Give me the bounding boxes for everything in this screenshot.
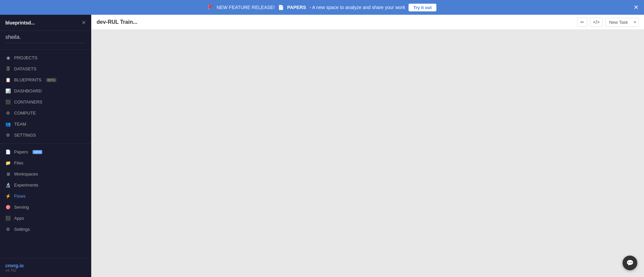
new-task-select[interactable]: New Task [605, 18, 639, 27]
version-label: v4.762 [5, 268, 86, 272]
files-label: Files [14, 160, 23, 165]
app-body: blueprintsd... ✕ sheila. ◉ PROJECTS 🗄 DA… [0, 15, 644, 277]
page-title: dev-RUL Train... [97, 19, 138, 25]
containers-label: CONTAINERS [14, 99, 42, 105]
sidebar-item-projects[interactable]: ◉ PROJECTS [0, 52, 91, 63]
sidebar-header: blueprintsd... ✕ [0, 15, 91, 31]
containers-icon: ⬛ [5, 99, 11, 105]
sub-settings-icon: ⚙ [5, 227, 11, 232]
sidebar-item-dashboard[interactable]: 📊 DASHBOARD [0, 85, 91, 96]
dashboard-label: DASHBOARD [14, 88, 42, 93]
sidebar-item-team[interactable]: 👥 TEAM [0, 119, 91, 130]
app-name-label: blueprintsd... [5, 20, 35, 25]
flows-icon: ⚡ [5, 194, 11, 199]
code-icon-button[interactable]: </> [590, 17, 603, 27]
files-icon: 📁 [5, 160, 11, 165]
company-name: cnvrg.io [5, 263, 86, 268]
main-nav: ◉ PROJECTS 🗄 DATASETS 📋 BLUEPRINTS BETA … [0, 50, 91, 143]
compute-label: COMPUTE [14, 111, 36, 116]
main-topbar: dev-RUL Train... ✂ </> New Task [91, 15, 644, 30]
scissors-icon-button[interactable]: ✂ [577, 17, 587, 27]
papers-label: PAPERS [287, 5, 306, 10]
paper-icon: 📄 [278, 5, 284, 10]
divider [5, 43, 86, 43]
banner-close-button[interactable]: ✕ [634, 4, 639, 11]
sidebar-item-experiments[interactable]: 🔬 Experiments [0, 180, 91, 191]
settings-icon: ⚙ [5, 133, 11, 138]
team-label: TEAM [14, 122, 26, 127]
sidebar-item-flows[interactable]: ⚡ Flows [0, 191, 91, 202]
blueprints-label: BLUEPRINTS [14, 77, 42, 82]
compute-icon: ⚙ [5, 111, 11, 116]
sub-nav: 📄 Papers NEW 📁 Files 🖥 Workspaces 🔬 Expe… [0, 143, 91, 237]
blueprints-icon: 📋 [5, 77, 11, 82]
main-content: dev-RUL Train... ✂ </> New Task 🐍 s3_con… [91, 15, 644, 277]
try-it-button[interactable]: Try it out [409, 4, 436, 11]
sidebar-item-blueprints[interactable]: 📋 BLUEPRINTS BETA [0, 74, 91, 85]
flag-icon: 🚩 [208, 5, 213, 10]
workspaces-label: Workspaces [14, 171, 38, 177]
beta-badge: BETA [46, 78, 57, 82]
datasets-label: DATASETS [14, 66, 37, 71]
datasets-icon: 🗄 [5, 66, 11, 71]
sidebar-item-compute[interactable]: ⚙ COMPUTE [0, 108, 91, 119]
papers-desc: - A new space to analyze and share your … [310, 5, 406, 10]
sidebar-collapse-button[interactable]: ✕ [82, 19, 86, 26]
apps-label: Apps [14, 216, 24, 221]
serving-label: Serving [14, 205, 29, 210]
new-badge: NEW [33, 150, 42, 154]
experiments-icon: 🔬 [5, 183, 11, 188]
sidebar-item-settings[interactable]: ⚙ SETTINGS [0, 130, 91, 141]
workspaces-icon: 🖥 [5, 171, 11, 177]
projects-label: PROJECTS [14, 55, 37, 60]
sidebar-item-sub-settings[interactable]: ⚙ Settings [0, 224, 91, 235]
experiments-label: Experiments [14, 183, 38, 188]
main-sidebar: blueprintsd... ✕ sheila. ◉ PROJECTS 🗄 DA… [0, 15, 91, 277]
chat-bubble-button[interactable]: 💬 [623, 256, 637, 270]
sidebar-item-apps[interactable]: ⬛ Apps [0, 213, 91, 224]
username-label: sheila. [5, 34, 21, 40]
dashboard-icon: 📊 [5, 88, 11, 93]
flows-label: Flows [14, 194, 25, 199]
sidebar-item-datasets[interactable]: 🗄 DATASETS [0, 63, 91, 74]
new-task-wrapper: New Task [605, 18, 639, 27]
serving-icon: 🎯 [5, 205, 11, 210]
settings-label: SETTINGS [14, 133, 36, 138]
banner-message: NEW FEATURE RELEASE! [217, 5, 275, 10]
apps-icon: ⬛ [5, 216, 11, 221]
user-section: sheila. [0, 31, 91, 50]
sidebar-item-files[interactable]: 📁 Files [0, 157, 91, 168]
sidebar-footer: cnvrg.io v4.762 [0, 258, 91, 277]
papers-nav-label: Papers [14, 149, 28, 154]
topbar-right: ✂ </> New Task [577, 17, 639, 27]
sidebar-item-serving[interactable]: 🎯 Serving [0, 202, 91, 213]
sidebar-item-containers[interactable]: ⬛ CONTAINERS [0, 96, 91, 108]
team-icon: 👥 [5, 122, 11, 127]
sub-settings-label: Settings [14, 227, 30, 232]
top-banner: 🚩 NEW FEATURE RELEASE! 📄 PAPERS - A new … [0, 0, 644, 15]
projects-icon: ◉ [5, 55, 11, 60]
papers-nav-icon: 📄 [5, 149, 11, 154]
sidebar-item-papers[interactable]: 📄 Papers NEW [0, 146, 91, 157]
sidebar-item-workspaces[interactable]: 🖥 Workspaces [0, 168, 91, 180]
